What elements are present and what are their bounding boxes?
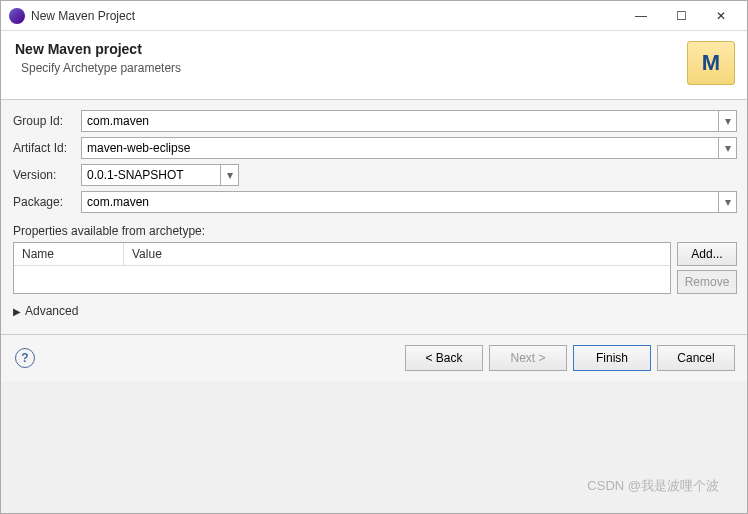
cancel-button[interactable]: Cancel	[657, 345, 735, 371]
next-button[interactable]: Next >	[489, 345, 567, 371]
advanced-toggle[interactable]: ▶ Advanced	[13, 304, 737, 318]
maximize-button[interactable]: ☐	[661, 2, 701, 30]
table-body	[14, 266, 670, 293]
artifact-id-input[interactable]	[81, 137, 719, 159]
package-dropdown-icon[interactable]: ▾	[719, 191, 737, 213]
package-label: Package:	[13, 195, 81, 209]
window-title: New Maven Project	[31, 9, 621, 23]
eclipse-icon	[9, 8, 25, 24]
package-input[interactable]	[81, 191, 719, 213]
group-id-label: Group Id:	[13, 114, 81, 128]
minimize-button[interactable]: —	[621, 2, 661, 30]
back-button[interactable]: < Back	[405, 345, 483, 371]
column-name[interactable]: Name	[14, 243, 124, 265]
group-id-dropdown-icon[interactable]: ▾	[719, 110, 737, 132]
remove-button[interactable]: Remove	[677, 270, 737, 294]
artifact-id-dropdown-icon[interactable]: ▾	[719, 137, 737, 159]
artifact-id-label: Artifact Id:	[13, 141, 81, 155]
footer: ? < Back Next > Finish Cancel	[1, 334, 748, 381]
window-controls: — ☐ ✕	[621, 2, 741, 30]
maven-icon: M	[687, 41, 735, 85]
properties-table[interactable]: Name Value	[13, 242, 671, 294]
finish-button[interactable]: Finish	[573, 345, 651, 371]
version-dropdown-icon[interactable]: ▾	[221, 164, 239, 186]
close-button[interactable]: ✕	[701, 2, 741, 30]
content-area: Group Id: ▾ Artifact Id: ▾ Version: ▾ Pa…	[1, 100, 748, 334]
wizard-header: New Maven project Specify Archetype para…	[1, 31, 748, 100]
version-input[interactable]	[81, 164, 221, 186]
version-label: Version:	[13, 168, 81, 182]
help-button[interactable]: ?	[15, 348, 35, 368]
page-title: New Maven project	[15, 41, 687, 57]
page-subtitle: Specify Archetype parameters	[15, 61, 687, 75]
column-value[interactable]: Value	[124, 243, 670, 265]
add-button[interactable]: Add...	[677, 242, 737, 266]
chevron-right-icon: ▶	[13, 306, 21, 317]
watermark: CSDN @我是波哩个波	[587, 477, 719, 495]
group-id-input[interactable]	[81, 110, 719, 132]
titlebar: New Maven Project — ☐ ✕	[1, 1, 748, 31]
properties-heading: Properties available from archetype:	[13, 224, 737, 238]
advanced-label: Advanced	[25, 304, 78, 318]
